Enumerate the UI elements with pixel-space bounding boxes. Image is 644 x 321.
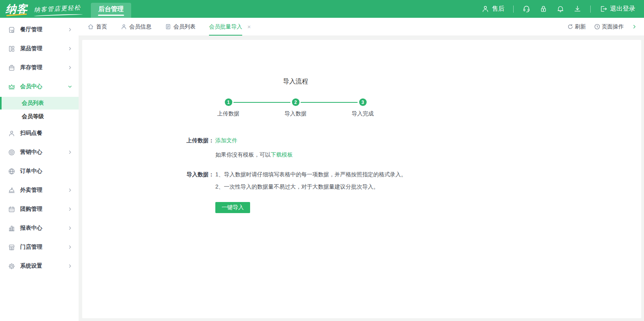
logout-icon [599, 5, 608, 13]
flow-title: 导入流程 [195, 77, 396, 86]
step-number-badge: 2 [292, 98, 299, 106]
restaurant-icon [8, 26, 15, 34]
bell-icon[interactable] [556, 5, 565, 13]
step-label: 导入数据 [284, 110, 307, 117]
sidebar-subitem-label: 会员列表 [22, 100, 44, 107]
step-label: 导入完成 [352, 110, 374, 117]
download-icon[interactable] [573, 5, 582, 13]
import-instructions: 1、导入数据时请仔细填写表格中的每一项数据，并严格按照指定的格式录入。 2、一次… [215, 170, 407, 195]
sidebar-item-label: 餐厅管理 [20, 26, 68, 33]
page-actions-button[interactable]: 页面操作 [594, 23, 624, 30]
chevron-right-icon [68, 226, 72, 230]
sidebar-item-label: 订单中心 [20, 168, 72, 175]
import-instructions-row: 导入数据： 1、导入数据时请仔细填写表格中的每一项数据，并严格按照指定的格式录入… [186, 170, 641, 195]
nav-tab-backend[interactable]: 后台管理 [91, 3, 131, 18]
tabbar-actions: 刷新 页面操作 [567, 23, 637, 30]
refresh-button[interactable]: 刷新 [567, 23, 586, 30]
nav-tab-underline [98, 15, 124, 16]
tab-label: 会员信息 [129, 23, 151, 30]
sidebar-item-label: 营销中心 [20, 149, 68, 156]
lock-icon[interactable] [539, 5, 548, 13]
add-file-link[interactable]: 添加文件 [215, 136, 237, 144]
marketing-icon [8, 149, 15, 156]
step-number-badge: 3 [359, 98, 367, 106]
step-import: 2 导入数据 [262, 98, 329, 117]
sidebar-item-inventory[interactable]: 库存管理 [0, 58, 79, 77]
brand-slogan: 纳客管店更轻松 [34, 4, 81, 14]
page-actions-label: 页面操作 [602, 23, 624, 30]
tab-member-batch-import[interactable]: 会员批量导入 × [209, 18, 251, 36]
upload-label: 上传数据： [186, 136, 215, 144]
one-click-import-button[interactable]: 一键导入 [215, 202, 250, 213]
import-instruction-1: 1、导入数据时请仔细填写表格中的每一项数据，并严格按照指定的格式录入。 [215, 170, 407, 178]
import-form: 上传数据： 添加文件 如果你没有模板，可以下载模板 导入数据： 1、导入数据时请… [186, 136, 641, 213]
sidebar-item-orders[interactable]: 订单中心 [0, 162, 79, 181]
content-background: 导入流程 1 上传数据 2 导入数据 3 导入完成 [79, 36, 644, 321]
member-crown-icon [8, 83, 15, 91]
store-icon [8, 244, 15, 251]
clock-icon [594, 23, 601, 30]
tab-member-info[interactable]: 会员信息 [121, 18, 151, 36]
sidebar-item-member-center[interactable]: 会员中心 [0, 77, 79, 96]
sidebar-item-stores[interactable]: 门店管理 [0, 238, 79, 257]
aftersale-button[interactable]: 售后 [481, 5, 505, 13]
sidebar-subitem-member-level[interactable]: 会员等级 [0, 110, 79, 123]
sidebar-item-marketing[interactable]: 营销中心 [0, 143, 79, 162]
sidebar-item-takeout[interactable]: 外卖管理 [0, 181, 79, 200]
sidebar-item-scan-order[interactable]: 扫码点餐 [0, 124, 79, 143]
refresh-icon [567, 23, 574, 30]
tab-label: 会员批量导入 [209, 23, 242, 30]
sidebar-item-label: 扫码点餐 [20, 130, 72, 137]
sidebar-item-label: 菜品管理 [20, 45, 68, 52]
headset-icon[interactable] [522, 5, 531, 13]
aftersale-label: 售后 [492, 5, 505, 13]
step-complete: 3 导入完成 [329, 98, 396, 117]
sidebar-item-label: 会员中心 [20, 83, 68, 90]
settings-icon [8, 262, 15, 270]
step-number-badge: 1 [225, 98, 232, 106]
sidebar-item-groupbuy[interactable]: 团购管理 [0, 200, 79, 219]
chevron-right-icon [68, 65, 72, 70]
download-template-link[interactable]: 下载模板 [271, 151, 293, 158]
import-card: 导入流程 1 上传数据 2 导入数据 3 导入完成 [82, 40, 641, 318]
tab-home[interactable]: 首页 [87, 18, 107, 36]
tab-label: 首页 [96, 23, 107, 30]
tab-member-list[interactable]: 会员列表 [165, 18, 196, 36]
sidebar-item-restaurant[interactable]: 餐厅管理 [0, 20, 79, 39]
sidebar-item-dishes[interactable]: 菜品管理 [0, 39, 79, 58]
app-logo: 纳客 [6, 2, 30, 16]
sidebar-item-label: 报表中心 [20, 225, 68, 232]
chevron-right-icon [68, 188, 72, 193]
chevron-right-icon[interactable] [632, 24, 637, 29]
document-icon [165, 23, 171, 30]
upload-row: 上传数据： 添加文件 [186, 136, 641, 144]
sidebar-item-settings[interactable]: 系统设置 [0, 257, 79, 276]
step-connector [233, 102, 290, 103]
sidebar-subitem-member-list[interactable]: 会员列表 [0, 97, 79, 110]
logout-button[interactable]: 退出登录 [599, 5, 635, 13]
inventory-icon [8, 64, 15, 72]
app-header: 纳客 纳客管店更轻松 后台管理 售后 退出登录 [0, 0, 644, 18]
sidebar-item-label: 团购管理 [20, 206, 68, 213]
logout-label: 退出登录 [610, 5, 635, 13]
close-icon[interactable]: × [247, 23, 251, 30]
main-area: 首页 会员信息 会员列表 会员批量导入 × [79, 18, 644, 321]
chevron-right-icon [68, 150, 72, 155]
header-divider [513, 6, 514, 13]
sidebar-item-label: 外卖管理 [20, 187, 68, 194]
chevron-right-icon [68, 46, 72, 51]
refresh-label: 刷新 [575, 23, 586, 30]
sidebar-item-reports[interactable]: 报表中心 [0, 219, 79, 238]
header-divider [590, 6, 591, 13]
order-globe-icon [8, 168, 15, 175]
chevron-down-icon [68, 84, 72, 89]
user-icon [121, 23, 127, 30]
sidebar-item-label: 系统设置 [20, 262, 68, 270]
sidebar-item-label: 门店管理 [20, 244, 68, 251]
report-icon [8, 225, 15, 232]
home-icon [87, 23, 94, 30]
chevron-right-icon [68, 264, 72, 268]
template-hint-row: 如果你没有模板，可以下载模板 [215, 151, 641, 159]
step-connector [301, 102, 358, 103]
user-icon [481, 5, 490, 13]
